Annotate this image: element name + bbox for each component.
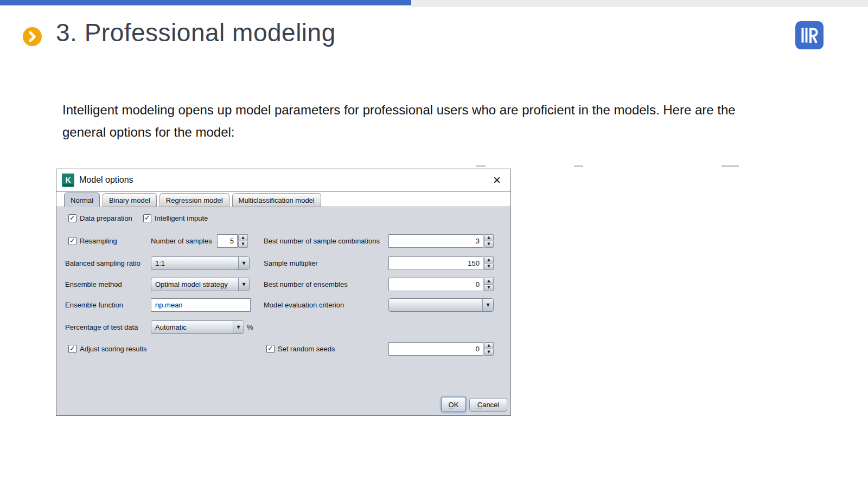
balanced-sampling-ratio-select[interactable]: 1:1 ▼ bbox=[151, 256, 250, 270]
data-preparation-checkbox[interactable]: ✓ bbox=[68, 214, 76, 222]
spinner-down-button[interactable]: ▼ bbox=[484, 349, 494, 356]
combo-value: Automatic bbox=[151, 321, 233, 333]
top-accent-bar-gray bbox=[411, 0, 868, 7]
ensemble-method-select[interactable]: Optimal model strategy ▼ bbox=[151, 278, 250, 291]
spinner-value[interactable]: 0 bbox=[388, 278, 483, 291]
resampling-checkbox[interactable]: ✓ bbox=[68, 237, 76, 245]
r-logo-icon bbox=[795, 21, 824, 49]
data-preparation-label: Data preparation bbox=[80, 211, 132, 224]
model-evaluation-criterion-select[interactable]: ▼ bbox=[388, 298, 494, 312]
ensemble-function-input[interactable]: np.mean bbox=[151, 298, 251, 312]
tab-multiclassification-model[interactable]: Multiclassification model bbox=[232, 193, 321, 207]
combo-arrow-button[interactable]: ▼ bbox=[233, 321, 244, 333]
model-evaluation-criterion-label: Model evaluation criterion bbox=[264, 298, 344, 312]
title-bullet bbox=[23, 27, 42, 46]
close-icon[interactable]: ✕ bbox=[490, 173, 504, 187]
spinner-value[interactable]: 5 bbox=[217, 234, 238, 248]
spinner-up-button[interactable]: ▲ bbox=[484, 278, 494, 284]
ensemble-method-label: Ensemble method bbox=[65, 278, 122, 291]
percent-suffix-label: % bbox=[247, 320, 253, 334]
dialog-titlebar[interactable]: K Model options ✕ bbox=[56, 169, 510, 191]
brand-logo bbox=[795, 21, 824, 49]
set-random-seeds-checkbox[interactable]: ✓ bbox=[266, 345, 275, 353]
slide: 3. Professional modeling Intelligent mod… bbox=[0, 0, 868, 488]
spinner-down-button[interactable]: ▼ bbox=[484, 241, 494, 248]
tab-regression-model[interactable]: Regression model bbox=[159, 193, 229, 207]
tab-normal[interactable]: Normal bbox=[64, 192, 100, 207]
spinner-up-button[interactable]: ▲ bbox=[484, 256, 494, 263]
combo-value: 1:1 bbox=[151, 257, 238, 269]
tab-binary-model[interactable]: Binary model bbox=[103, 193, 157, 207]
sample-multiplier-label: Sample multiplier bbox=[264, 256, 318, 270]
spinner-value[interactable]: 150 bbox=[388, 256, 483, 270]
sample-multiplier-spinner[interactable]: 150 ▲ ▼ bbox=[388, 256, 494, 270]
spinner-up-button[interactable]: ▲ bbox=[484, 234, 494, 241]
dialog-title: Model options bbox=[79, 175, 133, 185]
cropped-text-artifact bbox=[574, 165, 583, 167]
intelligent-impute-label: Intelligent impute bbox=[155, 211, 208, 224]
page-title: 3. Professional modeling bbox=[56, 18, 336, 47]
chevron-down-icon: ▼ bbox=[237, 325, 240, 330]
best-number-of-ensembles-spinner[interactable]: 0 ▲ ▼ bbox=[388, 278, 494, 291]
model-options-dialog: K Model options ✕ Normal Binary model Re… bbox=[56, 169, 511, 416]
spinner-down-button[interactable]: ▼ bbox=[484, 263, 494, 270]
app-k-icon: K bbox=[62, 174, 74, 187]
combo-arrow-button[interactable]: ▼ bbox=[482, 299, 493, 311]
resampling-label: Resampling bbox=[80, 234, 117, 247]
ensemble-function-label: Ensemble function bbox=[65, 298, 123, 312]
spinner-down-button[interactable]: ▼ bbox=[238, 241, 248, 248]
intro-line-1: Intelligent modeling opens up model para… bbox=[62, 99, 789, 121]
percentage-of-test-data-label: Percentage of test data bbox=[65, 320, 138, 334]
best-number-of-ensembles-label: Best number of ensembles bbox=[264, 278, 348, 291]
cropped-text-artifact bbox=[722, 165, 739, 167]
intro-line-2: general options for the model: bbox=[62, 121, 789, 143]
combo-value: Optimal model strategy bbox=[151, 278, 238, 291]
adjust-scoring-results-checkbox[interactable]: ✓ bbox=[68, 345, 76, 353]
chevron-down-icon: ▼ bbox=[242, 261, 245, 266]
chevron-down-icon: ▼ bbox=[242, 282, 245, 287]
top-accent-bar-blue bbox=[0, 0, 411, 5]
spinner-value[interactable]: 3 bbox=[388, 234, 483, 248]
dialog-tabs: Normal Binary model Regression model Mul… bbox=[56, 192, 510, 207]
cancel-button[interactable]: Cancel bbox=[469, 398, 507, 412]
percentage-of-test-data-select[interactable]: Automatic ▼ bbox=[151, 320, 244, 334]
balanced-sampling-ratio-label: Balanced sampling ratio bbox=[65, 256, 141, 270]
best-sample-combinations-label: Best number of sample combinations bbox=[264, 234, 380, 247]
best-sample-combinations-spinner[interactable]: 3 ▲ ▼ bbox=[388, 234, 494, 248]
intelligent-impute-checkbox[interactable]: ✓ bbox=[143, 214, 151, 222]
intro-paragraph: Intelligent modeling opens up model para… bbox=[62, 99, 789, 143]
number-of-samples-label: Number of samples bbox=[151, 234, 212, 247]
number-of-samples-spinner[interactable]: 5 ▲ ▼ bbox=[217, 234, 248, 248]
combo-arrow-button[interactable]: ▼ bbox=[238, 257, 249, 269]
spinner-value[interactable]: 0 bbox=[388, 342, 483, 356]
spinner-up-button[interactable]: ▲ bbox=[238, 234, 248, 241]
adjust-scoring-results-label: Adjust scoring results bbox=[80, 342, 147, 355]
cropped-text-artifact bbox=[476, 165, 486, 167]
combo-value bbox=[389, 299, 482, 311]
combo-arrow-button[interactable]: ▼ bbox=[238, 278, 249, 291]
spinner-up-button[interactable]: ▲ bbox=[484, 342, 494, 349]
chevron-right-icon bbox=[23, 27, 42, 46]
dialog-content: ✓ Data preparation ✓ Intelligent impute … bbox=[56, 207, 510, 416]
set-random-seeds-label: Set random seeds bbox=[278, 342, 335, 355]
chevron-down-icon: ▼ bbox=[486, 303, 489, 307]
set-random-seeds-spinner[interactable]: 0 ▲ ▼ bbox=[388, 342, 494, 356]
ok-button[interactable]: OK bbox=[441, 397, 466, 412]
spinner-down-button[interactable]: ▼ bbox=[484, 284, 494, 291]
